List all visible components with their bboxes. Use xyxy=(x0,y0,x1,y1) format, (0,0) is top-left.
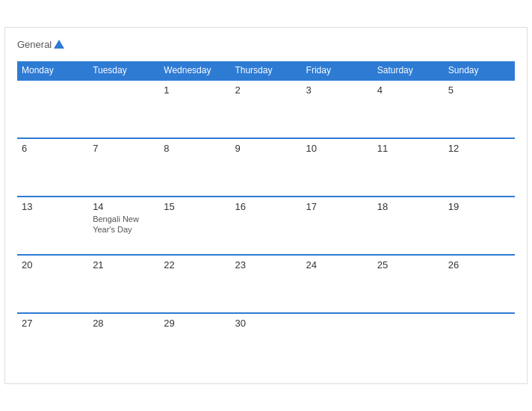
calendar-day-cell: 14Bengali New Year's Day xyxy=(88,197,159,255)
day-number: 25 xyxy=(377,259,439,271)
calendar-day-cell: 16 xyxy=(230,197,301,255)
calendar-day-cell xyxy=(17,80,88,138)
day-number: 10 xyxy=(306,143,368,154)
calendar-day-cell xyxy=(88,80,159,138)
calendar-day-cell: 10 xyxy=(302,138,373,197)
day-number: 5 xyxy=(448,84,510,96)
calendar-day-cell: 15 xyxy=(159,197,230,255)
calendar-day-cell: 25 xyxy=(373,255,444,313)
day-number: 17 xyxy=(306,201,368,212)
weekday-header: Wednesday xyxy=(159,61,230,80)
day-number: 12 xyxy=(448,143,510,154)
calendar-body: 1234567891011121314Bengali New Year's Da… xyxy=(17,80,515,371)
calendar-day-cell: 12 xyxy=(444,138,515,197)
day-number: 11 xyxy=(377,143,439,154)
calendar-day-cell: 11 xyxy=(373,138,444,197)
day-number: 2 xyxy=(235,84,297,96)
calendar-grid: MondayTuesdayWednesdayThursdayFridaySatu… xyxy=(17,61,515,371)
calendar-day-cell: 6 xyxy=(17,138,88,197)
calendar-day-cell: 29 xyxy=(159,313,230,371)
day-number: 13 xyxy=(22,201,84,212)
day-number: 9 xyxy=(235,143,297,154)
calendar-day-cell: 23 xyxy=(230,255,301,313)
day-number: 29 xyxy=(164,318,226,329)
day-number: 27 xyxy=(22,318,84,329)
day-number: 26 xyxy=(448,259,510,271)
day-number: 15 xyxy=(164,201,226,212)
calendar-day-cell: 28 xyxy=(88,313,159,371)
weekday-header: Monday xyxy=(17,61,88,80)
day-number: 6 xyxy=(22,143,84,154)
calendar-day-cell: 18 xyxy=(373,197,444,255)
calendar-day-cell: 13 xyxy=(17,197,88,255)
day-number: 7 xyxy=(93,143,155,154)
logo: General xyxy=(17,40,64,50)
holiday-label: Bengali New Year's Day xyxy=(93,214,139,234)
calendar-day-cell: 17 xyxy=(302,197,373,255)
weekday-header: Thursday xyxy=(230,61,301,80)
calendar-week-row: 1314Bengali New Year's Day1516171819 xyxy=(17,197,515,255)
calendar-day-cell: 5 xyxy=(444,80,515,138)
calendar-week-row: 12345 xyxy=(17,80,515,138)
calendar-week-row: 6789101112 xyxy=(17,138,515,197)
calendar-day-cell: 19 xyxy=(444,197,515,255)
day-number: 23 xyxy=(235,259,297,271)
day-number: 21 xyxy=(93,259,155,271)
logo-triangle-icon xyxy=(54,40,64,49)
weekday-header: Friday xyxy=(302,61,373,80)
day-number: 28 xyxy=(93,318,155,329)
calendar-week-row: 27282930 xyxy=(17,313,515,371)
calendar-day-cell: 21 xyxy=(88,255,159,313)
calendar-day-cell xyxy=(444,313,515,371)
day-number: 19 xyxy=(448,201,510,212)
calendar-day-cell: 3 xyxy=(302,80,373,138)
calendar-day-cell: 20 xyxy=(17,255,88,313)
day-number: 24 xyxy=(306,259,368,271)
day-number: 3 xyxy=(306,84,368,96)
calendar-day-cell: 1 xyxy=(159,80,230,138)
weekday-header: Saturday xyxy=(373,61,444,80)
calendar-day-cell: 2 xyxy=(230,80,301,138)
day-number: 14 xyxy=(93,201,155,212)
day-number: 22 xyxy=(164,259,226,271)
calendar-day-cell: 4 xyxy=(373,80,444,138)
weekday-header: Sunday xyxy=(444,61,515,80)
calendar-day-cell: 8 xyxy=(159,138,230,197)
calendar-day-cell: 9 xyxy=(230,138,301,197)
calendar-header: General xyxy=(17,40,515,50)
calendar-header-row: MondayTuesdayWednesdayThursdayFridaySatu… xyxy=(17,61,515,80)
weekday-header: Tuesday xyxy=(88,61,159,80)
day-number: 16 xyxy=(235,201,297,212)
day-number: 4 xyxy=(377,84,439,96)
calendar-week-row: 20212223242526 xyxy=(17,255,515,313)
logo-general-text: General xyxy=(17,40,64,50)
calendar-day-cell xyxy=(373,313,444,371)
day-number: 20 xyxy=(22,259,84,271)
day-number: 8 xyxy=(164,143,226,154)
calendar-day-cell: 22 xyxy=(159,255,230,313)
calendar: General MondayTuesdayWednesdayThursdayFr… xyxy=(4,27,528,383)
calendar-day-cell: 7 xyxy=(88,138,159,197)
calendar-day-cell: 26 xyxy=(444,255,515,313)
day-number: 1 xyxy=(164,84,226,96)
calendar-day-cell xyxy=(302,313,373,371)
day-number: 30 xyxy=(235,318,297,329)
day-number: 18 xyxy=(377,201,439,212)
calendar-day-cell: 27 xyxy=(17,313,88,371)
calendar-day-cell: 30 xyxy=(230,313,301,371)
calendar-day-cell: 24 xyxy=(302,255,373,313)
